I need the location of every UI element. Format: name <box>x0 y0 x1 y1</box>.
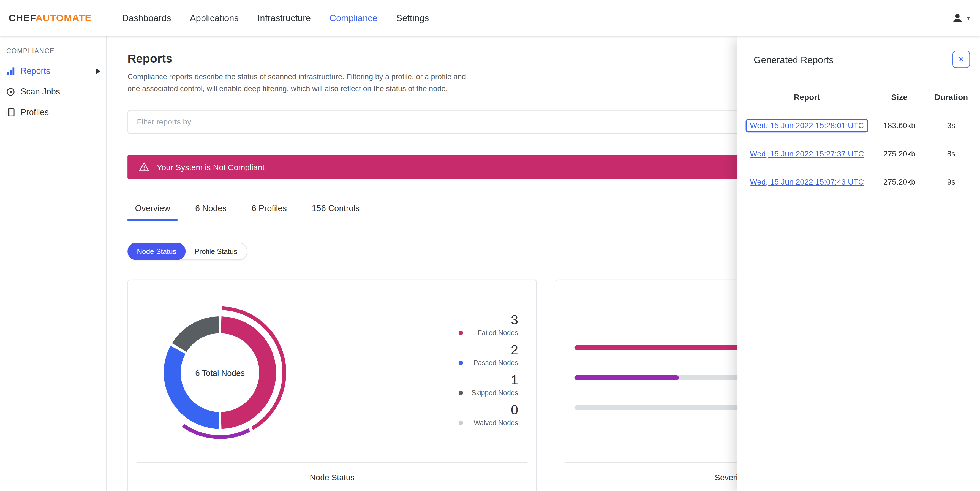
profile-status-toggle[interactable]: Profile Status <box>185 242 247 260</box>
chevron-down-icon: ▼ <box>966 15 971 21</box>
skipped-count: 1 <box>459 373 518 387</box>
scan-target-icon <box>6 87 15 96</box>
failed-dot-icon <box>459 330 463 335</box>
skipped-label: Skipped Nodes <box>472 389 518 397</box>
user-menu[interactable]: ▼ <box>951 12 971 24</box>
table-row: Wed, 15 Jun 2022 15:27:37 UTC 275.20kb 8… <box>738 139 980 167</box>
table-row: Wed, 15 Jun 2022 15:07:43 UTC 275.20kb 9… <box>738 167 980 196</box>
node-status-caption: Node Status <box>128 473 536 482</box>
profiles-book-icon <box>6 108 15 117</box>
compliance-sidebar: COMPLIANCE Reports Scan Jobs Profiles <box>0 37 107 491</box>
legend-waived-nodes: 0 Waived Nodes <box>459 403 518 427</box>
nav-settings[interactable]: Settings <box>387 13 438 23</box>
bar-chart-icon <box>6 67 15 75</box>
close-panel-button[interactable]: ✕ <box>953 51 970 68</box>
failed-label: Failed Nodes <box>477 329 518 336</box>
app-root: CHEFAUTOMATE Dashboards Applications Inf… <box>0 0 980 491</box>
report-link[interactable]: Wed, 15 Jun 2022 15:28:01 UTC <box>745 118 868 132</box>
alert-text: Your System is Not Compliant <box>157 163 264 172</box>
card-divider <box>137 462 527 462</box>
panel-title: Generated Reports <box>754 54 834 65</box>
failed-count: 3 <box>459 313 518 327</box>
waived-label: Waived Nodes <box>474 419 518 427</box>
nav-infrastructure[interactable]: Infrastructure <box>248 13 320 23</box>
passed-count: 2 <box>459 343 518 357</box>
table-header-row: Report Size Duration <box>738 88 980 106</box>
nav-dashboards[interactable]: Dashboards <box>113 13 181 23</box>
column-header-duration: Duration <box>926 92 977 102</box>
tab-nodes[interactable]: 6 Nodes <box>188 204 234 221</box>
generated-reports-panel: Generated Reports ✕ Report Size Duration… <box>738 37 980 491</box>
report-link[interactable]: Wed, 15 Jun 2022 15:27:37 UTC <box>750 149 864 158</box>
nav-applications[interactable]: Applications <box>181 13 248 23</box>
close-icon: ✕ <box>958 55 964 64</box>
node-status-donut-chart: 6 Total Nodes <box>146 299 294 447</box>
sidebar-item-scan-jobs[interactable]: Scan Jobs <box>0 81 106 102</box>
sidebar-item-label: Reports <box>21 66 50 76</box>
report-size: 275.20kb <box>872 149 926 158</box>
waived-dot-icon <box>459 421 463 425</box>
top-nav: CHEFAUTOMATE Dashboards Applications Inf… <box>0 0 980 37</box>
sidebar-item-reports[interactable]: Reports <box>0 61 106 81</box>
brand-automate: AUTOMATE <box>35 13 91 23</box>
generated-reports-table: Report Size Duration Wed, 15 Jun 2022 15… <box>738 88 980 196</box>
nav-compliance[interactable]: Compliance <box>320 13 387 23</box>
passed-dot-icon <box>459 360 463 365</box>
sidebar-section-label: COMPLIANCE <box>6 47 106 54</box>
sidebar-item-label: Profiles <box>21 108 49 117</box>
column-header-report: Report <box>741 92 873 102</box>
tab-controls[interactable]: 156 Controls <box>304 204 367 221</box>
passed-label: Passed Nodes <box>474 359 518 367</box>
waived-count: 0 <box>459 403 518 417</box>
warning-triangle-icon <box>139 162 150 172</box>
report-link[interactable]: Wed, 15 Jun 2022 15:07:43 UTC <box>750 177 864 186</box>
user-icon <box>951 12 964 24</box>
report-duration: 9s <box>926 177 977 186</box>
brand-logo[interactable]: CHEFAUTOMATE <box>9 13 92 24</box>
node-status-legend: 3 Failed Nodes 2 Passed Nodes 1 Skipped … <box>459 313 518 433</box>
status-toggle: Node Status Profile Status <box>127 242 247 260</box>
chevron-right-icon <box>95 68 100 74</box>
sidebar-item-label: Scan Jobs <box>21 87 60 96</box>
node-status-card: 6 Total Nodes 3 Failed Nodes 2 Passed No… <box>127 279 537 491</box>
primary-nav: Dashboards Applications Infrastructure C… <box>113 13 438 23</box>
column-header-size: Size <box>872 92 926 102</box>
brand-chef: CHEF <box>9 13 36 23</box>
report-size: 183.60kb <box>872 121 926 130</box>
legend-skipped-nodes: 1 Skipped Nodes <box>459 373 518 397</box>
skipped-dot-icon <box>459 391 463 395</box>
table-row: Wed, 15 Jun 2022 15:28:01 UTC 183.60kb 3… <box>738 111 980 139</box>
legend-failed-nodes: 3 Failed Nodes <box>459 313 518 337</box>
report-duration: 3s <box>926 121 977 130</box>
sidebar-item-profiles[interactable]: Profiles <box>0 102 106 123</box>
tab-overview[interactable]: Overview <box>127 204 178 221</box>
severity-bar-major <box>574 375 678 380</box>
node-status-toggle[interactable]: Node Status <box>127 242 186 260</box>
legend-passed-nodes: 2 Passed Nodes <box>459 343 518 367</box>
report-duration: 8s <box>926 149 977 158</box>
report-size: 275.20kb <box>872 177 926 186</box>
tab-profiles[interactable]: 6 Profiles <box>244 204 294 221</box>
